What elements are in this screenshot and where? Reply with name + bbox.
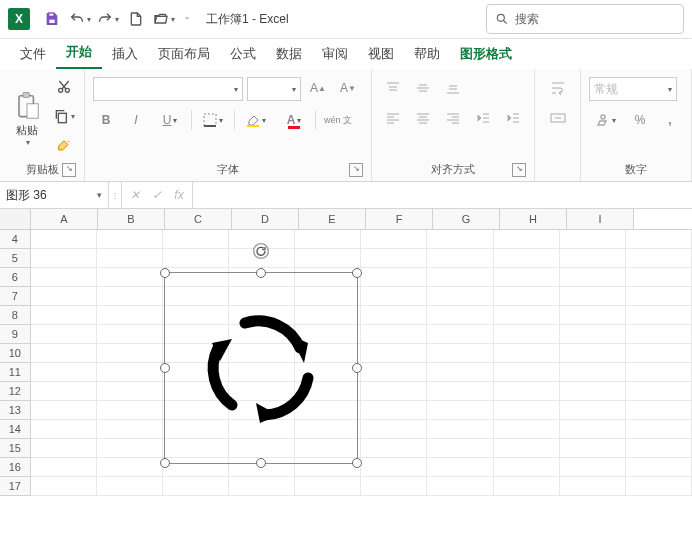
cell[interactable] bbox=[560, 306, 626, 325]
cell[interactable] bbox=[97, 230, 163, 249]
copy-button[interactable]: ▾ bbox=[52, 104, 76, 128]
cell[interactable] bbox=[494, 382, 560, 401]
cell[interactable] bbox=[494, 439, 560, 458]
cell[interactable] bbox=[560, 382, 626, 401]
cell[interactable] bbox=[361, 363, 427, 382]
cell[interactable] bbox=[361, 420, 427, 439]
cell[interactable] bbox=[626, 306, 692, 325]
row-header[interactable]: 15 bbox=[0, 439, 31, 458]
cell[interactable] bbox=[560, 477, 626, 496]
cell[interactable] bbox=[560, 249, 626, 268]
cell[interactable] bbox=[626, 382, 692, 401]
row-header[interactable]: 12 bbox=[0, 382, 31, 401]
cell[interactable] bbox=[560, 439, 626, 458]
search-input[interactable]: 搜索 bbox=[486, 4, 684, 34]
new-file-button[interactable] bbox=[122, 5, 150, 33]
tab-home[interactable]: 开始 bbox=[56, 37, 102, 69]
row-header[interactable]: 14 bbox=[0, 420, 31, 439]
cell[interactable] bbox=[97, 325, 163, 344]
number-format-combo[interactable]: 常规▾ bbox=[589, 77, 677, 101]
cell[interactable] bbox=[97, 401, 163, 420]
cell[interactable] bbox=[97, 287, 163, 306]
row-header[interactable]: 4 bbox=[0, 230, 31, 249]
cell[interactable] bbox=[494, 325, 560, 344]
formula-cancel-button[interactable]: ✕ bbox=[126, 186, 144, 204]
row-header[interactable]: 10 bbox=[0, 344, 31, 363]
cell[interactable] bbox=[31, 420, 97, 439]
cell[interactable] bbox=[560, 420, 626, 439]
cell[interactable] bbox=[31, 382, 97, 401]
cell[interactable] bbox=[361, 249, 427, 268]
cell[interactable] bbox=[31, 401, 97, 420]
percent-button[interactable]: % bbox=[627, 109, 653, 131]
cell[interactable] bbox=[560, 344, 626, 363]
cell[interactable] bbox=[31, 477, 97, 496]
cell[interactable] bbox=[626, 420, 692, 439]
undo-button[interactable]: ▾ bbox=[66, 5, 94, 33]
cell[interactable] bbox=[560, 230, 626, 249]
formula-enter-button[interactable]: ✓ bbox=[148, 186, 166, 204]
cell[interactable] bbox=[626, 230, 692, 249]
cell[interactable] bbox=[31, 306, 97, 325]
cell[interactable] bbox=[626, 439, 692, 458]
cell[interactable] bbox=[626, 249, 692, 268]
resize-handle[interactable] bbox=[256, 268, 266, 278]
cell[interactable] bbox=[361, 401, 427, 420]
cell[interactable] bbox=[427, 325, 493, 344]
cell[interactable] bbox=[295, 230, 361, 249]
col-header[interactable]: C bbox=[165, 209, 232, 229]
formula-input[interactable] bbox=[193, 182, 692, 208]
cell[interactable] bbox=[560, 363, 626, 382]
font-name-combo[interactable]: ▾ bbox=[93, 77, 243, 101]
tab-page-layout[interactable]: 页面布局 bbox=[148, 39, 220, 69]
cell[interactable] bbox=[427, 287, 493, 306]
cell[interactable] bbox=[97, 344, 163, 363]
align-center-button[interactable] bbox=[410, 107, 436, 129]
cell[interactable] bbox=[427, 382, 493, 401]
cell[interactable] bbox=[97, 306, 163, 325]
cell[interactable] bbox=[427, 268, 493, 287]
comma-style-button[interactable]: , bbox=[657, 109, 683, 131]
font-size-combo[interactable]: ▾ bbox=[247, 77, 301, 101]
align-middle-button[interactable] bbox=[410, 77, 436, 99]
cell[interactable] bbox=[97, 420, 163, 439]
cell[interactable] bbox=[494, 230, 560, 249]
cell[interactable] bbox=[626, 325, 692, 344]
col-header[interactable]: D bbox=[232, 209, 299, 229]
cell[interactable] bbox=[626, 458, 692, 477]
cell[interactable] bbox=[31, 325, 97, 344]
cell[interactable] bbox=[163, 249, 229, 268]
col-header[interactable]: E bbox=[299, 209, 366, 229]
tab-shape-format[interactable]: 图形格式 bbox=[450, 39, 522, 69]
cell[interactable] bbox=[560, 401, 626, 420]
italic-button[interactable]: I bbox=[123, 109, 149, 131]
tab-review[interactable]: 审阅 bbox=[312, 39, 358, 69]
cell[interactable] bbox=[494, 344, 560, 363]
tab-formulas[interactable]: 公式 bbox=[220, 39, 266, 69]
select-all-corner[interactable] bbox=[0, 209, 31, 229]
cell[interactable] bbox=[361, 382, 427, 401]
cell[interactable] bbox=[427, 249, 493, 268]
resize-handle[interactable] bbox=[352, 458, 362, 468]
row-header[interactable]: 17 bbox=[0, 477, 31, 496]
cell[interactable] bbox=[494, 477, 560, 496]
resize-handle[interactable] bbox=[352, 363, 362, 373]
cell[interactable] bbox=[163, 477, 229, 496]
cell[interactable] bbox=[626, 344, 692, 363]
cell[interactable] bbox=[626, 287, 692, 306]
cell[interactable] bbox=[427, 230, 493, 249]
cell[interactable] bbox=[295, 249, 361, 268]
cell[interactable] bbox=[361, 325, 427, 344]
cut-button[interactable] bbox=[52, 75, 76, 99]
redo-button[interactable]: ▾ bbox=[94, 5, 122, 33]
cell[interactable] bbox=[560, 325, 626, 344]
cell[interactable] bbox=[31, 363, 97, 382]
save-button[interactable] bbox=[38, 5, 66, 33]
merge-button[interactable] bbox=[545, 107, 571, 129]
cell[interactable] bbox=[626, 268, 692, 287]
cell[interactable] bbox=[494, 458, 560, 477]
paste-button[interactable]: 粘贴 ▾ bbox=[8, 73, 46, 160]
row-header[interactable]: 16 bbox=[0, 458, 31, 477]
cell[interactable] bbox=[427, 344, 493, 363]
cell[interactable] bbox=[626, 401, 692, 420]
